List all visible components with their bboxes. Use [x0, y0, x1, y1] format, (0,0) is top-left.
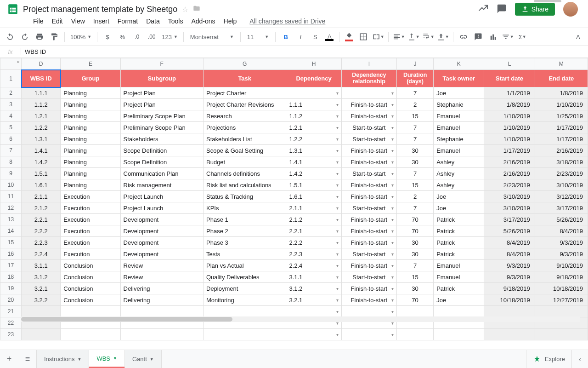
sheets-logo[interactable] — [5, 1, 21, 17]
col-header-F[interactable]: F — [120, 58, 203, 70]
horizontal-scrollbar[interactable] — [21, 316, 580, 322]
cell[interactable]: 3/18/2019 — [535, 156, 588, 168]
cell[interactable]: Development — [120, 225, 203, 237]
cell[interactable] — [22, 306, 61, 317]
text-color-icon[interactable]: A — [323, 30, 335, 43]
cell[interactable] — [120, 329, 203, 340]
font-size[interactable]: 11▼ — [244, 34, 271, 40]
cell[interactable]: Project Launch — [120, 202, 203, 214]
cell[interactable]: 1/17/2019 — [484, 145, 535, 156]
header-cell[interactable]: Task owner — [434, 70, 484, 87]
dependency-cell[interactable]: 1.4.2 — [286, 168, 341, 179]
share-button[interactable]: Share — [515, 3, 555, 16]
cell[interactable] — [396, 306, 433, 317]
cell[interactable] — [434, 329, 484, 340]
relationship-cell[interactable] — [341, 329, 396, 340]
cell[interactable]: 7 — [396, 260, 433, 271]
cell[interactable]: 2.2.1 — [22, 214, 61, 225]
cell[interactable]: Communication Plan — [120, 168, 203, 179]
relationship-cell[interactable]: Finish-to-start — [341, 156, 396, 168]
relationship-cell[interactable]: Start-to-start — [341, 271, 396, 283]
cell[interactable]: Ashley — [434, 168, 484, 179]
relationship-cell[interactable]: Finish-to-start — [341, 260, 396, 271]
cell[interactable]: Emanuel — [434, 122, 484, 133]
cell[interactable] — [484, 329, 535, 340]
cell[interactable]: Conclusion — [61, 260, 120, 271]
zoom-select[interactable]: 100%▼ — [68, 34, 93, 40]
cell[interactable]: Scope & Goal Setting — [204, 145, 286, 156]
cell[interactable]: Project Plan — [120, 99, 203, 110]
cell[interactable] — [61, 329, 120, 340]
cell[interactable]: 2/16/2019 — [484, 168, 535, 179]
cell[interactable]: 1/10/2019 — [484, 110, 535, 122]
cell[interactable]: Development — [120, 214, 203, 225]
relationship-cell[interactable] — [341, 306, 396, 317]
wrap-icon[interactable]: ▼ — [422, 30, 435, 43]
cell[interactable]: 1.3.1 — [22, 133, 61, 145]
cell[interactable]: 3/17/2019 — [484, 214, 535, 225]
explore-button[interactable]: Explore — [526, 350, 571, 368]
merge-icon[interactable]: ▼ — [372, 30, 384, 43]
sheet-tab-wbs[interactable]: WBS▼ — [89, 350, 125, 368]
dependency-cell[interactable]: 1.1.1 — [286, 99, 341, 110]
menu-format[interactable]: Format — [118, 17, 138, 25]
cell[interactable] — [22, 329, 61, 340]
cell[interactable]: Stephanie — [434, 133, 484, 145]
cell[interactable]: Execution — [61, 214, 120, 225]
cell[interactable]: Project Plan — [120, 87, 203, 99]
cell[interactable]: Patrick — [434, 248, 484, 260]
cell[interactable]: Phase 2 — [204, 225, 286, 237]
cell[interactable]: Planning — [61, 168, 120, 179]
row-header-3[interactable]: 3 — [0, 99, 22, 110]
dependency-cell[interactable]: 2.2.1 — [286, 225, 341, 237]
cell[interactable]: 30 — [396, 156, 433, 168]
cell[interactable]: 2.2.4 — [22, 248, 61, 260]
cell[interactable]: 9/3/2019 — [484, 260, 535, 271]
redo-icon[interactable] — [18, 30, 31, 43]
row-header-2[interactable]: 2 — [0, 87, 22, 99]
cell[interactable]: 2/23/2019 — [484, 179, 535, 191]
cell[interactable]: Planning — [61, 122, 120, 133]
cell[interactable]: Channels definitions — [204, 168, 286, 179]
collapse-toolbar-icon[interactable]: ᐱ — [571, 30, 584, 43]
relationship-cell[interactable]: Start-to-start — [341, 133, 396, 145]
header-cell[interactable]: Dependencyrelationship — [341, 70, 396, 87]
cell[interactable]: Ashley — [434, 179, 484, 191]
cell[interactable]: Patrick — [434, 225, 484, 237]
cell[interactable]: 8/4/2019 — [484, 237, 535, 248]
cell[interactable]: 30 — [396, 237, 433, 248]
cell[interactable]: 15 — [396, 179, 433, 191]
cell[interactable]: Status & Tracking — [204, 191, 286, 202]
relationship-cell[interactable]: Start-to-start — [341, 122, 396, 133]
cell[interactable]: Review — [120, 260, 203, 271]
cell[interactable] — [204, 306, 286, 317]
cell[interactable]: Planning — [61, 156, 120, 168]
cell[interactable]: Emanuel — [434, 110, 484, 122]
row-header-15[interactable]: 15 — [0, 237, 22, 248]
cell[interactable]: 12/27/2019 — [535, 294, 588, 306]
rotate-icon[interactable]: ▼ — [436, 30, 449, 43]
cell[interactable]: Development — [120, 237, 203, 248]
dependency-cell[interactable]: 3.1.2 — [286, 283, 341, 294]
cell[interactable]: Monitoring — [204, 294, 286, 306]
cell[interactable]: 10/18/2019 — [484, 294, 535, 306]
col-header-H[interactable]: H — [286, 58, 341, 70]
dec-increase-icon[interactable]: .00 — [145, 30, 158, 43]
cell[interactable]: 5/26/2019 — [535, 214, 588, 225]
avatar[interactable] — [563, 2, 578, 17]
col-header-I[interactable]: I — [341, 58, 396, 70]
functions-icon[interactable]: Σ▼ — [516, 30, 529, 43]
row-header-1[interactable]: 1 — [0, 70, 22, 87]
row-header-19[interactable]: 19 — [0, 283, 22, 294]
folder-icon[interactable] — [193, 5, 200, 14]
cell[interactable]: 7 — [396, 168, 433, 179]
menu-edit[interactable]: Edit — [52, 17, 63, 25]
cell[interactable]: 70 — [396, 214, 433, 225]
cell[interactable]: Execution — [61, 191, 120, 202]
row-header-22[interactable]: 22 — [0, 317, 22, 329]
cell[interactable]: Conclusion — [61, 271, 120, 283]
header-cell[interactable]: Duration(days) — [396, 70, 433, 87]
cell[interactable]: 3/10/2019 — [535, 179, 588, 191]
dependency-cell[interactable]: 2.2.2 — [286, 237, 341, 248]
row-header-13[interactable]: 13 — [0, 214, 22, 225]
